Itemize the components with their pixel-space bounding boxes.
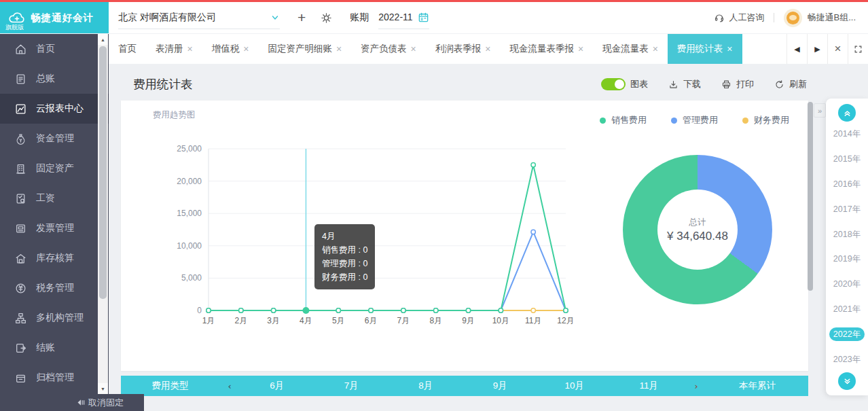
sidebar-item-label: 固定资产: [36, 162, 74, 175]
year-label: 2014年: [833, 129, 861, 139]
chevron-down-icon: [270, 13, 280, 22]
sidebar-item-label: 多机构管理: [36, 312, 84, 324]
tab-close-icon[interactable]: ×: [727, 43, 732, 54]
sidebar-item-7[interactable]: 库存核算: [0, 243, 109, 273]
tab-item-6[interactable]: 现金流量表季报×: [500, 34, 593, 64]
chart-legend: 销售费用管理费用财务费用: [600, 114, 789, 126]
chart-toggle-label: 图表: [630, 78, 648, 90]
sidebar-item-9[interactable]: 多机构管理: [0, 303, 109, 333]
sidebar-item-5[interactable]: 工资: [0, 183, 109, 213]
sidebar-item-10[interactable]: 结账: [0, 333, 109, 363]
sidebar-item-4[interactable]: 固定资产: [0, 154, 109, 183]
sidebar-item-0[interactable]: 首页: [0, 34, 109, 64]
year-item-1[interactable]: 2015年: [833, 154, 861, 165]
year-item-3[interactable]: 2017年: [833, 204, 861, 215]
add-account-button[interactable]: +: [297, 10, 306, 26]
scroll-down-arrow-icon[interactable]: ▼: [98, 383, 108, 394]
period-picker[interactable]: 2022-11: [378, 12, 429, 24]
tab-label: 资产负债表: [361, 43, 407, 55]
sidebar-item-2[interactable]: 云报表中心: [0, 94, 109, 124]
tab-close-icon[interactable]: ×: [485, 43, 490, 54]
double-chevron-up-icon: [843, 109, 852, 118]
tab-close-icon[interactable]: ×: [653, 43, 658, 54]
footer-month-2: 8月: [388, 380, 463, 392]
period-label: 账期: [350, 12, 369, 24]
collapse-panel-handle[interactable]: »: [814, 103, 826, 118]
year-item-2[interactable]: 2016年: [833, 179, 861, 190]
year-item-6[interactable]: 2020年: [833, 279, 861, 290]
sidebar-item-1[interactable]: 总账: [0, 64, 109, 94]
printer-icon: [721, 79, 731, 90]
tab-close-icon[interactable]: ×: [187, 43, 193, 54]
tab-item-5[interactable]: 利润表季报×: [426, 34, 501, 64]
fullscreen-button[interactable]: [848, 34, 868, 64]
year-item-5[interactable]: 2019年: [833, 253, 861, 265]
download-label: 下载: [683, 78, 701, 90]
sidebar-item-label: 云报表中心: [36, 103, 84, 115]
content-scrollbar-thumb[interactable]: [808, 102, 813, 291]
svg-text:1月: 1月: [202, 316, 215, 325]
sidebar-item-label: 归档管理: [36, 372, 74, 384]
footer-month-5: 11月: [612, 380, 687, 392]
tab-close-button[interactable]: ×: [827, 34, 848, 64]
legend-item-0[interactable]: 销售费用: [600, 114, 647, 126]
cloud-logo-icon: [8, 11, 26, 24]
sidebar-item-11[interactable]: 归档管理: [0, 363, 109, 393]
sidebar-item-label: 资金管理: [36, 132, 74, 145]
legend-item-2[interactable]: 财务费用: [742, 114, 789, 126]
years-scroll-up-button[interactable]: [838, 104, 856, 122]
tab-scroll-right-button[interactable]: ▶: [807, 34, 827, 64]
tab-scroll-left-button[interactable]: ◀: [786, 34, 807, 64]
year-label: 2017年: [833, 204, 861, 214]
legend-item-1[interactable]: 管理费用: [671, 114, 718, 126]
year-label: 2015年: [833, 154, 861, 164]
sidebar-item-8[interactable]: 税务管理: [0, 273, 109, 303]
live-help-button[interactable]: 人工咨询: [714, 12, 764, 24]
settings-gear-button[interactable]: [321, 12, 332, 24]
donut-total-label: 总计: [689, 217, 706, 228]
tab-label: 利润表季报: [435, 43, 482, 55]
sidebar-item-6[interactable]: 发票管理: [0, 213, 109, 243]
sidebar-item-label: 结账: [36, 342, 55, 354]
refresh-button[interactable]: 刷新: [774, 78, 807, 90]
sidebar-item-label: 首页: [36, 43, 55, 55]
refresh-icon: [774, 79, 784, 90]
tab-item-2[interactable]: 增值税×: [202, 34, 259, 64]
sidebar-scrollbar-thumb[interactable]: [99, 46, 107, 299]
tab-item-4[interactable]: 资产负债表×: [351, 34, 426, 64]
year-list: 2014年2015年2016年2017年2018年2019年2020年2021年…: [826, 122, 868, 372]
year-label: 2020年: [833, 279, 861, 289]
download-button[interactable]: 下载: [668, 78, 701, 90]
tab-close-icon[interactable]: ×: [243, 43, 249, 54]
svg-text:5月: 5月: [332, 316, 345, 325]
next-months-arrow[interactable]: ›: [686, 381, 706, 391]
tab-close-icon[interactable]: ×: [411, 43, 416, 54]
tab-item-0[interactable]: 首页: [109, 34, 146, 64]
company-selector[interactable]: 北京 对啊酒店有限公司: [118, 2, 280, 33]
tab-item-1[interactable]: 表清册×: [146, 34, 202, 64]
sidebar-item-3[interactable]: 资金管理: [0, 124, 109, 154]
scroll-up-arrow-icon[interactable]: ▲: [98, 34, 108, 45]
user-menu[interactable]: 畅捷通B组...: [784, 9, 856, 27]
print-button[interactable]: 打印: [721, 78, 754, 90]
chart-toggle[interactable]: [601, 78, 626, 90]
year-item-0[interactable]: 2014年: [833, 128, 861, 140]
year-item-7[interactable]: 2021年: [833, 304, 861, 315]
year-item-8[interactable]: 2022年: [829, 329, 865, 340]
tab-close-icon[interactable]: ×: [578, 43, 583, 54]
tab-item-3[interactable]: 固定资产明细账×: [258, 34, 351, 64]
svg-text:12月: 12月: [557, 316, 574, 325]
year-item-4[interactable]: 2018年: [833, 229, 861, 240]
print-label: 打印: [736, 78, 754, 90]
year-item-9[interactable]: 2023年: [833, 354, 861, 365]
headset-icon: [714, 12, 725, 23]
chart-tooltip: 4月销售费用 : 0管理费用 : 0财务费用 : 0: [314, 224, 375, 289]
tab-item-7[interactable]: 现金流量表×: [593, 34, 668, 64]
prev-months-arrow[interactable]: ‹: [219, 381, 240, 391]
tab-label: 费用统计表: [677, 43, 723, 55]
unpin-sidebar-button[interactable]: 取消固定: [0, 394, 144, 411]
tab-close-icon[interactable]: ×: [336, 43, 342, 54]
year-label: 2019年: [833, 254, 861, 264]
tab-item-8[interactable]: 费用统计表×: [668, 34, 742, 64]
years-scroll-down-button[interactable]: [838, 372, 856, 390]
